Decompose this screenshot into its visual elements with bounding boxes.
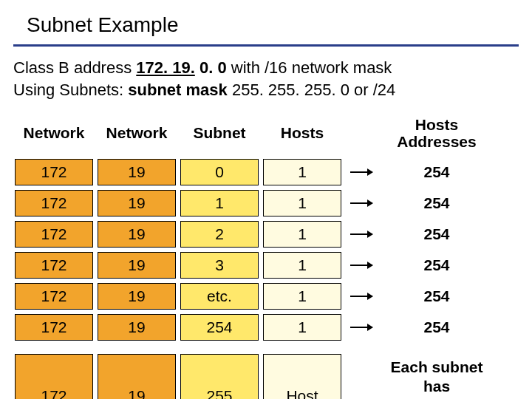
cell-sub: 0 xyxy=(180,159,259,185)
desc-l1-mid: 0. 0 xyxy=(195,58,227,77)
slide-title: Subnet Example xyxy=(0,0,532,44)
cell-net2: 19 xyxy=(98,221,176,248)
cell-sub: 1 xyxy=(180,190,259,216)
cell-net1: 172 xyxy=(15,159,93,185)
cell-net1: 172 xyxy=(15,252,93,279)
arrow-cell xyxy=(346,159,377,185)
hosts-hdr-l2: Addresses xyxy=(397,133,476,150)
table-row: 1721921254 xyxy=(15,221,492,248)
arrow-cell xyxy=(346,252,377,279)
arrow-icon xyxy=(350,327,372,328)
table-row: 17219etc.1254 xyxy=(15,283,492,310)
arrow-icon xyxy=(350,233,372,235)
cell-host: 1 xyxy=(263,283,341,310)
cell-net1: 172 xyxy=(15,221,93,248)
note-l1: Each subnet has xyxy=(391,358,483,395)
cell-hosts-addr: 254 xyxy=(381,283,492,310)
table-row: 1721931254 xyxy=(15,252,492,279)
table-last-row: 172 19 255 Host Each subnet has 254 host… xyxy=(15,354,492,399)
cell-net2: 19 xyxy=(98,159,176,185)
cell-host: 1 xyxy=(263,221,341,248)
cell-sub: 254 xyxy=(180,314,259,341)
cell-host: 1 xyxy=(263,252,341,279)
spacer xyxy=(346,112,377,154)
cell-hosts-addr: 254 xyxy=(381,190,492,216)
arrow-cell xyxy=(346,190,377,216)
desc-l2-bold: subnet mask xyxy=(128,81,228,99)
desc-l1-underline: 172. 19. xyxy=(136,58,195,77)
arrow-icon xyxy=(350,296,372,297)
cell-net1: 172 xyxy=(15,190,93,216)
arrow-cell xyxy=(346,314,377,341)
table-row: 1721901254 xyxy=(15,159,492,185)
cell-net2: 19 xyxy=(98,190,176,216)
cell-host: 1 xyxy=(263,190,341,216)
arrow-cell xyxy=(346,283,377,310)
hosts-hdr-l1: Hosts xyxy=(415,116,458,133)
cell-sub: etc. xyxy=(180,283,259,310)
desc-l1-pre: Class B address xyxy=(13,58,136,77)
subnet-table: Network Network Subnet Hosts Hosts Addre… xyxy=(10,108,497,399)
cell-sub: 255 xyxy=(180,354,259,399)
cell-hosts-addr: 254 xyxy=(381,159,492,185)
cell-net2: 19 xyxy=(98,252,176,279)
table-row: 1721911254 xyxy=(15,190,492,216)
cell-hosts-addr: 254 xyxy=(381,221,492,248)
desc-l2-post: 255. 255. 255. 0 or /24 xyxy=(228,81,396,99)
cell-hosts-addr: 254 xyxy=(381,252,492,279)
cell-net2: 19 xyxy=(98,314,176,341)
cell-hosts-addr: 254 xyxy=(381,314,492,341)
col-hosts: Hosts xyxy=(263,112,341,154)
cell-host: 1 xyxy=(263,159,341,185)
table-header-row: Network Network Subnet Hosts Hosts Addre… xyxy=(15,112,492,154)
gap xyxy=(15,345,492,349)
desc-l2-pre: Using Subnets: xyxy=(13,81,128,99)
cell-net1: 172 xyxy=(15,314,93,341)
col-network-1: Network xyxy=(15,112,93,154)
cell-sub: 3 xyxy=(180,252,259,279)
desc-l1-post: with /16 network mask xyxy=(227,58,392,77)
arrow-icon xyxy=(350,202,372,204)
cell-host: Host xyxy=(263,354,341,399)
description: Class B address 172. 19. 0. 0 with /16 n… xyxy=(0,57,532,108)
cell-net1: 172 xyxy=(15,354,93,399)
cell-net1: 172 xyxy=(15,283,93,310)
arrow-cell xyxy=(346,221,377,248)
footnote: Each subnet has 254 hosts, 28 – 2 xyxy=(381,354,492,399)
cell-host: 1 xyxy=(263,314,341,341)
col-hosts-addresses: Hosts Addresses xyxy=(381,112,492,154)
cell-net2: 19 xyxy=(98,354,176,399)
title-rule xyxy=(13,44,519,47)
arrow-icon xyxy=(350,171,372,173)
cell-net2: 19 xyxy=(98,283,176,310)
spacer xyxy=(346,354,377,399)
cell-sub: 2 xyxy=(180,221,259,248)
col-network-2: Network xyxy=(98,112,176,154)
table-row: 172192541254 xyxy=(15,314,492,341)
col-subnet: Subnet xyxy=(180,112,259,154)
arrow-icon xyxy=(350,265,372,266)
